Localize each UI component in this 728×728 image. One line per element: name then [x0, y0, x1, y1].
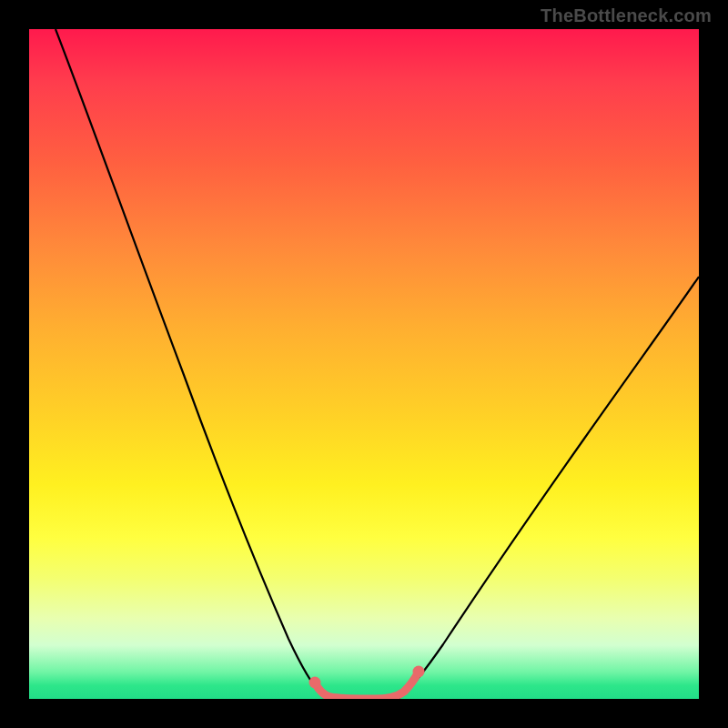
bottleneck-left-curve	[56, 29, 330, 699]
valley-left-dot-icon	[309, 677, 321, 689]
curve-overlay	[29, 29, 699, 699]
valley-accent-curve	[315, 672, 419, 699]
valley-right-dot-icon	[413, 666, 425, 678]
watermark-text: TheBottleneck.com	[541, 5, 712, 26]
chart-frame: TheBottleneck.com	[0, 0, 728, 728]
bottleneck-right-curve	[398, 277, 699, 699]
plot-area	[29, 29, 699, 699]
